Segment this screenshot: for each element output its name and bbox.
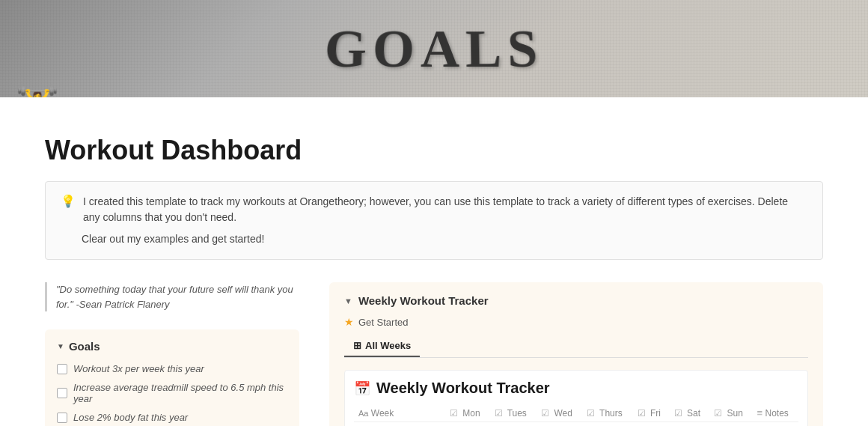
goal-label-3: Lose 2% body fat this year [73,412,188,423]
star-icon: ★ [344,316,354,328]
th-tues: ☑ Tues [490,404,537,422]
two-column-layout: "Do something today that your future sel… [45,282,823,426]
tracker-tabs: ⊞ All Weeks [344,335,808,357]
page-content: Workout Dashboard 💡 I created this templ… [0,135,868,426]
sun-cell-1[interactable] [709,422,752,427]
tracker-inner: 📅 Weekly Workout Tracker Aa Week ☑ Mo [344,370,808,426]
goal-label-2: Increase average treadmill speed to 6.5 … [73,382,287,404]
th-mon: ☑ Mon [445,404,490,422]
th-notes: ≡ Notes [753,404,798,422]
goal-checkbox-2[interactable] [57,388,67,398]
th-wed: ☑ Wed [537,404,582,422]
calendar-icon: 📅 [354,380,370,397]
goal-label-1: Workout 3x per week this year [73,363,204,374]
quote-text: "Do something today that your future sel… [56,284,293,310]
tues-cell-1[interactable] [490,422,537,427]
info-text-1: I created this template to track my work… [83,194,807,225]
tracker-collapse-icon[interactable]: ▼ [344,296,352,305]
th-week: Aa Week [354,404,445,422]
th-sun: ☑ Sun [709,404,752,422]
tracker-main-title: Weekly Workout Tracker [376,380,550,397]
get-started-label[interactable]: Get Started [358,317,408,328]
goals-header: ▼ Goals [57,340,287,353]
sat-cell-1[interactable] [670,422,710,427]
notes-cell-1 [753,422,798,427]
table-header-row: Aa Week ☑ Mon ☑ Tues [354,404,798,422]
info-text-2: Clear out my examples and get started! [61,231,264,247]
goal-item-2: Increase average treadmill speed to 6.5 … [57,382,287,404]
bulb-icon: 💡 [61,194,76,208]
info-row-1: 💡 I created this template to track my wo… [61,194,807,225]
info-row-2: Clear out my examples and get started! [61,231,807,247]
th-fri: ☑ Fri [633,404,670,422]
goal-item-3: Lose 2% body fat this year [57,412,287,423]
tab-all-weeks-label: All Weeks [365,340,411,351]
goals-section: ▼ Goals Workout 3x per week this year In… [45,329,299,426]
table-icon: ⊞ [353,340,361,351]
wed-cell-1[interactable] [537,422,582,427]
page-title: Workout Dashboard [45,135,823,166]
table-row: 03/01/2022 [354,422,798,427]
tracker-title-row: 📅 Weekly Workout Tracker [354,380,798,397]
weekly-tracker-header: ▼ Weekly Workout Tracker [344,294,808,307]
quote-block: "Do something today that your future sel… [45,282,299,311]
hero-banner: GOALS 🏋️‍♀️ [0,0,868,97]
hero-title: GOALS [323,18,545,80]
mon-cell-1[interactable] [445,422,490,427]
goal-checkbox-3[interactable] [57,413,67,423]
left-column: "Do something today that your future sel… [45,282,299,426]
th-thurs: ☑ Thurs [582,404,633,422]
info-box: 💡 I created this template to track my wo… [45,181,823,260]
avatar-emoji: 🏋️‍♀️ [15,85,60,97]
tab-all-weeks[interactable]: ⊞ All Weeks [344,335,420,357]
goals-collapse-icon[interactable]: ▼ [57,342,64,350]
goals-title: Goals [69,340,100,353]
right-column: ▼ Weekly Workout Tracker ★ Get Started ⊞… [329,282,823,426]
th-sat: ☑ Sat [670,404,710,422]
fri-cell-1[interactable] [633,422,670,427]
tab-divider [344,357,808,358]
tracker-table: Aa Week ☑ Mon ☑ Tues [354,404,798,426]
goal-checkbox-1[interactable] [57,364,67,374]
goal-item-1: Workout 3x per week this year [57,363,287,374]
tracker-section-title: Weekly Workout Tracker [358,294,489,307]
get-started-row: ★ Get Started [344,316,808,328]
week-cell-1: 03/01/2022 [354,422,445,427]
thurs-cell-1[interactable] [582,422,633,427]
